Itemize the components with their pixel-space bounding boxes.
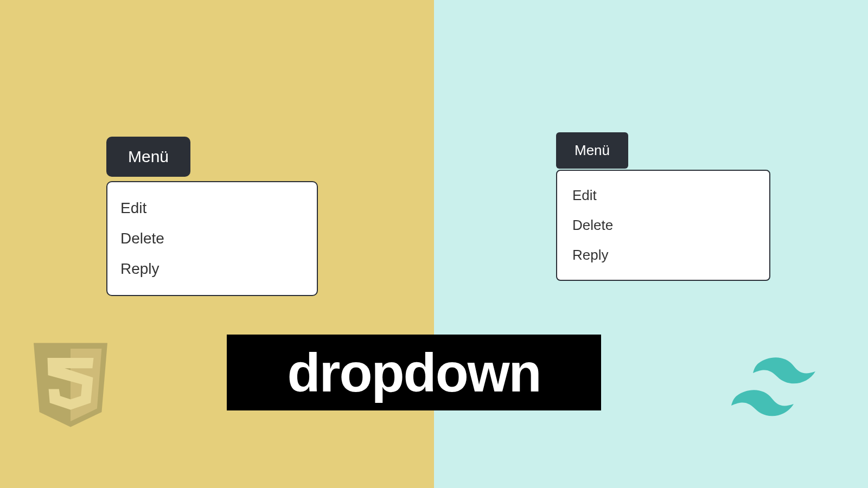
menu-item-reply[interactable]: Reply xyxy=(557,240,769,270)
menu-list-right: Edit Delete Reply xyxy=(556,170,770,281)
left-panel-css: Menü Edit Delete Reply xyxy=(0,0,434,488)
menu-item-delete[interactable]: Delete xyxy=(107,223,317,254)
menu-button-right[interactable]: Menü xyxy=(556,132,628,169)
css3-shield-icon xyxy=(34,343,107,427)
menu-list-left: Edit Delete Reply xyxy=(106,181,318,296)
menu-item-delete[interactable]: Delete xyxy=(557,210,769,240)
dropdown-tailwind: Menü Edit Delete Reply xyxy=(556,132,770,281)
dropdown-css: Menü Edit Delete Reply xyxy=(106,137,318,296)
title-banner: dropdown xyxy=(227,335,601,410)
menu-item-reply[interactable]: Reply xyxy=(107,254,317,284)
menu-item-edit[interactable]: Edit xyxy=(557,181,769,210)
tailwind-icon xyxy=(720,352,829,423)
right-panel-tailwind: Menü Edit Delete Reply xyxy=(434,0,868,488)
menu-item-edit[interactable]: Edit xyxy=(107,193,317,223)
menu-button-left[interactable]: Menü xyxy=(106,137,190,177)
